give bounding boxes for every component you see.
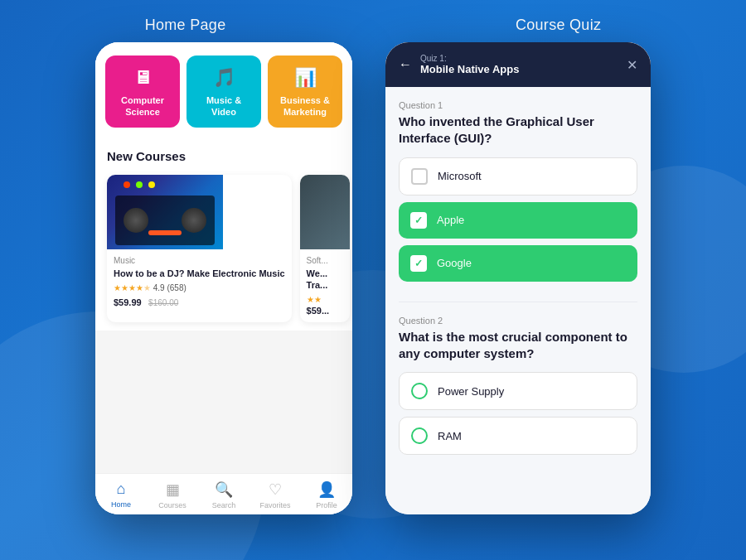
bm-label: Business &Marketing xyxy=(280,95,330,117)
question-block-2: Question 2 What is the most crucial comp… xyxy=(399,316,637,462)
answer-google-label: Google xyxy=(437,257,472,269)
bottom-nav: ⌂ Home ▦ Courses 🔍 Search ♡ Favorites 👤 xyxy=(95,473,352,514)
course-info-1: Music How to be a DJ? Make Electronic Mu… xyxy=(107,249,292,316)
course-category-1: Music xyxy=(114,256,285,265)
course-thumb-2 xyxy=(300,175,350,249)
quiz-scroll: Question 1 Who invented the Graphical Us… xyxy=(385,87,651,514)
answer-apple[interactable]: Apple xyxy=(399,202,637,239)
course-category-2: Soft... xyxy=(307,256,343,265)
question-block-1: Question 1 Who invented the Graphical Us… xyxy=(399,100,637,288)
quiz-header-left: ← Quiz 1: Mobile Native Apps xyxy=(399,54,519,75)
quiz-main-title: Mobile Native Apps xyxy=(420,63,519,75)
home-nav-icon: ⌂ xyxy=(117,480,126,498)
nav-courses[interactable]: ▦ Courses xyxy=(147,480,198,509)
categories-row: 🖥 ComputerScience 🎵 Music &Video 📊 Busin… xyxy=(95,42,352,138)
course-title-1: How to be a DJ? Make Electronic Music xyxy=(114,268,285,279)
home-phone: 🖥 ComputerScience 🎵 Music &Video 📊 Busin… xyxy=(95,42,352,514)
quiz-back-button[interactable]: ← xyxy=(399,57,412,72)
mv-label: Music &Video xyxy=(206,95,241,117)
answer-ram[interactable]: RAM xyxy=(399,417,637,455)
course-thumb-1 xyxy=(107,175,223,249)
answer-power-supply-label: Power Supply xyxy=(438,385,504,398)
dj-light-yellow xyxy=(148,181,155,188)
quiz-close-button[interactable]: ✕ xyxy=(627,57,637,73)
courses-scroll: Music How to be a DJ? Make Electronic Mu… xyxy=(95,170,352,331)
radio-ram xyxy=(411,427,428,444)
cs-label: ComputerScience xyxy=(121,95,164,117)
dj-visual xyxy=(107,175,223,249)
new-courses-header: New Courses xyxy=(95,138,352,170)
course-original-price-1: $160.00 xyxy=(148,298,178,307)
course-stars-2: ★★ xyxy=(307,295,343,304)
question-text-2: What is the most crucial component to an… xyxy=(399,329,637,363)
quiz-content: ← Quiz 1: Mobile Native Apps ✕ Question … xyxy=(385,42,651,514)
checkbox-google xyxy=(410,255,427,272)
cs-icon: 🖥 xyxy=(133,67,152,89)
answer-ram-label: RAM xyxy=(438,430,462,442)
course-info-2: Soft... We...Tra... ★★ $59... xyxy=(300,249,350,323)
search-nav-label: Search xyxy=(212,501,236,509)
nav-profile[interactable]: 👤 Profile xyxy=(301,480,352,509)
phones-container: 🖥 ComputerScience 🎵 Music &Video 📊 Busin… xyxy=(0,42,746,514)
question-number-2: Question 2 xyxy=(399,316,637,326)
checkbox-microsoft xyxy=(411,168,428,185)
dj-light-red xyxy=(124,181,130,188)
question-number-1: Question 1 xyxy=(399,100,637,110)
answer-microsoft-label: Microsoft xyxy=(438,170,482,182)
search-nav-icon: 🔍 xyxy=(215,480,233,499)
dj-light-green xyxy=(136,181,143,188)
answer-power-supply[interactable]: Power Supply xyxy=(399,372,637,410)
dj-deck xyxy=(115,196,215,245)
course-rating-1: 4.9 (658) xyxy=(153,283,186,292)
home-nav-label: Home xyxy=(111,500,131,509)
favorites-nav-icon: ♡ xyxy=(269,480,282,499)
course-card-1[interactable]: Music How to be a DJ? Make Electronic Mu… xyxy=(107,175,292,323)
nav-home[interactable]: ⌂ Home xyxy=(95,480,147,509)
course-price-2: $59... xyxy=(307,306,343,316)
quiz-phone: ← Quiz 1: Mobile Native Apps ✕ Question … xyxy=(385,42,651,514)
radio-power-supply xyxy=(411,383,428,399)
course-card-2[interactable]: Soft... We...Tra... ★★ $59... xyxy=(300,175,350,323)
home-page-title: Home Page xyxy=(145,17,226,34)
quiz-title-block: Quiz 1: Mobile Native Apps xyxy=(420,54,519,75)
dj-knob-right xyxy=(182,208,206,233)
dj-knob-left xyxy=(124,208,148,233)
course-title-2: We...Tra... xyxy=(307,268,343,292)
category-business-marketing[interactable]: 📊 Business &Marketing xyxy=(268,56,342,128)
category-music-video[interactable]: 🎵 Music &Video xyxy=(186,56,261,128)
quiz-page-title: Course Quiz xyxy=(516,17,601,34)
profile-nav-label: Profile xyxy=(316,501,337,509)
category-computer-science[interactable]: 🖥 ComputerScience xyxy=(105,56,180,128)
quiz-header: ← Quiz 1: Mobile Native Apps ✕ xyxy=(385,42,651,87)
answer-apple-label: Apple xyxy=(437,214,464,226)
mv-icon: 🎵 xyxy=(213,67,235,89)
bm-icon: 📊 xyxy=(294,67,317,89)
page-header: Home Page Course Quiz xyxy=(0,0,746,42)
nav-search[interactable]: 🔍 Search xyxy=(198,480,249,509)
course-price-row-1: $59.99 $160.00 xyxy=(114,294,285,309)
question-divider xyxy=(399,302,637,302)
course-stars-1: ★★★★★ 4.9 (658) xyxy=(114,283,285,292)
checkbox-apple xyxy=(410,212,427,229)
profile-nav-icon: 👤 xyxy=(317,480,336,499)
courses-nav-icon: ▦ xyxy=(166,480,180,499)
answer-google[interactable]: Google xyxy=(399,245,637,282)
quiz-subtitle: Quiz 1: xyxy=(420,54,519,63)
home-content: 🖥 ComputerScience 🎵 Music &Video 📊 Busin… xyxy=(95,42,352,514)
courses-nav-label: Courses xyxy=(158,501,186,509)
nav-favorites[interactable]: ♡ Favorites xyxy=(249,480,301,509)
dj-slider xyxy=(148,230,182,235)
favorites-nav-label: Favorites xyxy=(259,501,290,509)
answer-microsoft[interactable]: Microsoft xyxy=(399,157,637,196)
course-price-1: $59.99 xyxy=(114,297,142,307)
question-text-1: Who invented the Graphical User Interfac… xyxy=(399,113,637,147)
